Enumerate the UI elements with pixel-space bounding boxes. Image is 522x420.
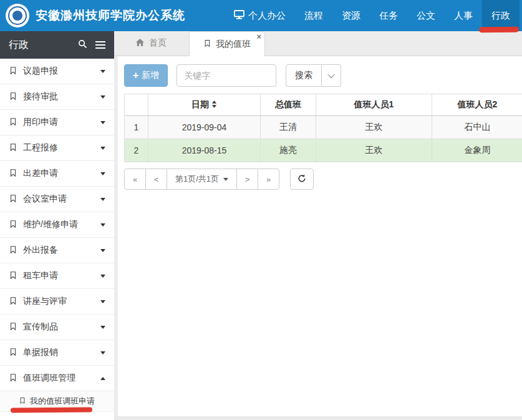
refresh-button[interactable]: [290, 168, 314, 190]
nav-item-hr[interactable]: 人事: [445, 0, 482, 31]
page-select-button[interactable]: 第1页/共1页: [167, 168, 237, 190]
sidebar-item-label: 租车申请: [23, 270, 58, 281]
nav-item-label: 个人办公: [248, 10, 286, 22]
sidebar-item-topic-declaration[interactable]: 议题申报: [0, 59, 114, 84]
sidebar-item-label: 宣传制品: [23, 321, 58, 333]
bookmark-icon: [9, 348, 17, 358]
nav-item-label: 任务: [379, 10, 398, 22]
close-icon[interactable]: ×: [256, 32, 261, 41]
bookmark-icon: [9, 322, 17, 333]
bookmark-icon: [9, 296, 17, 307]
chevron-down-icon: [100, 249, 105, 252]
tab-home[interactable]: 首页: [124, 31, 178, 56]
red-underline-annotation-nav-administration: [479, 27, 519, 33]
nav-item-tasks[interactable]: 任务: [370, 0, 407, 31]
add-button-label: 新增: [142, 70, 159, 81]
app-title: 安徽滁州技师学院办公系统: [36, 7, 185, 24]
bookmark-icon: [9, 92, 17, 102]
sidebar-item-label: 工程报修: [23, 142, 58, 154]
sidebar-item-outing-report[interactable]: 外出报备: [0, 238, 114, 263]
sidebar-item-label: 接待审批: [23, 91, 58, 102]
col-header-date[interactable]: 日期: [148, 94, 261, 116]
cell-person2: 石中山: [432, 116, 522, 139]
next-page-button[interactable]: >: [236, 168, 258, 190]
sidebar-item-reception-approval[interactable]: 接待审批: [0, 84, 114, 110]
bookmark-icon: [9, 373, 17, 384]
sidebar-item-engineering-repair[interactable]: 工程报修: [0, 135, 114, 161]
sidebar-item-maintenance[interactable]: 维护/维修申请: [0, 212, 114, 238]
sidebar-item-seal-application[interactable]: 用印申请: [0, 110, 114, 135]
horizontal-scrollbar-track[interactable]: [114, 416, 522, 420]
add-button[interactable]: + 新增: [124, 64, 168, 87]
sidebar-header: 行政: [0, 31, 114, 59]
tab-label: 首页: [149, 37, 167, 49]
nav-item-personal-office[interactable]: 个人办公: [225, 0, 295, 31]
prev-page-button[interactable]: <: [145, 168, 167, 190]
plus-icon: +: [133, 71, 138, 81]
chevron-down-icon: [100, 351, 105, 354]
sort-icon: [211, 100, 217, 110]
search-icon[interactable]: [78, 39, 87, 51]
sidebar-item-label: 议题申报: [23, 66, 58, 77]
sidebar-item-lectures-review[interactable]: 讲座与评审: [0, 289, 114, 315]
sidebar-item-car-rental[interactable]: 租车申请: [0, 263, 114, 289]
sidebar-item-reimbursement[interactable]: 单据报销: [0, 340, 114, 366]
sidebar-item-label: 用印申请: [23, 117, 58, 128]
red-underline-annotation-sidebar-subitem: [11, 408, 92, 413]
sidebar-item-label: 单据报销: [23, 347, 58, 358]
caret-down-icon: [223, 178, 228, 181]
sidebar-title: 行政: [9, 39, 29, 52]
col-header-chief: 总值班: [261, 94, 316, 116]
chevron-down-icon: [328, 71, 335, 78]
top-menu: 个人办公 流程 资源 任务 公文 人事 行政: [225, 0, 520, 31]
bookmark-icon: [9, 168, 17, 179]
search-dropdown-button[interactable]: [322, 64, 341, 87]
sidebar-item-business-trip[interactable]: 出差申请: [0, 161, 114, 187]
menu-toggle-icon[interactable]: [95, 41, 105, 49]
sidebar-item-duty-shift-management[interactable]: 值班调班管理: [0, 366, 114, 391]
cell-index: 1: [125, 116, 148, 139]
sidebar: 行政 议题申报 接待审批 用印申请 工程报修 出差申请 会议室申请: [0, 31, 114, 420]
sidebar-item-meeting-room[interactable]: 会议室申请: [0, 187, 114, 212]
nav-item-resources[interactable]: 资源: [332, 0, 370, 31]
cell-date: 2019-09-04: [148, 116, 261, 139]
col-header-index: [125, 94, 148, 116]
cell-index: 2: [125, 139, 148, 162]
chevron-down-icon: [100, 147, 105, 150]
sidebar-item-label: 会议室申请: [23, 193, 67, 205]
keyword-input[interactable]: [176, 64, 276, 87]
search-button[interactable]: 搜索: [286, 64, 322, 87]
nav-item-documents[interactable]: 公文: [407, 0, 445, 31]
nav-item-label: 行政: [491, 10, 510, 22]
bookmark-icon: [9, 245, 17, 256]
last-page-button[interactable]: »: [258, 168, 279, 190]
nav-item-process[interactable]: 流程: [295, 0, 332, 31]
bookmark-icon: [9, 66, 17, 77]
top-navbar: 安徽滁州技师学院办公系统 个人办公 流程 资源 任务 公文 人事 行政: [0, 0, 522, 31]
table-row[interactable]: 1 2019-09-04 王清 王欢 石中山: [125, 116, 522, 139]
pagination-row: « < 第1页/共1页 > »: [124, 168, 522, 190]
chevron-down-icon: [100, 70, 105, 73]
cell-person1: 王欢: [316, 139, 432, 162]
col-header-person2: 值班人员2: [432, 94, 522, 116]
chevron-down-icon: [100, 223, 105, 227]
chevron-up-icon: [100, 377, 105, 380]
toolbar: + 新增 搜索: [124, 64, 522, 87]
first-page-button[interactable]: «: [124, 168, 146, 190]
page-select-label: 第1页/共1页: [175, 173, 219, 185]
tab-my-duty[interactable]: 我的值班 ×: [189, 31, 265, 56]
main-content: 首页 我的值班 × + 新增 搜索: [114, 31, 522, 420]
duty-table: 日期 总值班 值班人员1 值班人员2 1 2019-09-04 王清 王欢 石中…: [124, 94, 522, 162]
table-header-row: 日期 总值班 值班人员1 值班人员2: [125, 94, 522, 116]
table-row-highlighted[interactable]: 2 2019-08-15 施亮 王欢 金象周: [125, 139, 522, 162]
school-logo-core: [12, 11, 22, 21]
cell-chief: 王清: [261, 116, 316, 139]
chevron-down-icon: [100, 198, 105, 201]
refresh-icon: [297, 174, 306, 185]
sidebar-item-promotional-products[interactable]: 宣传制品: [0, 315, 114, 340]
chevron-down-icon: [100, 326, 105, 329]
bookmark-icon: [9, 220, 17, 230]
chevron-down-icon: [100, 300, 105, 303]
sidebar-item-label: 讲座与评审: [23, 296, 67, 307]
tab-panel: + 新增 搜索 日期 总值班 值班人员1: [114, 56, 522, 190]
